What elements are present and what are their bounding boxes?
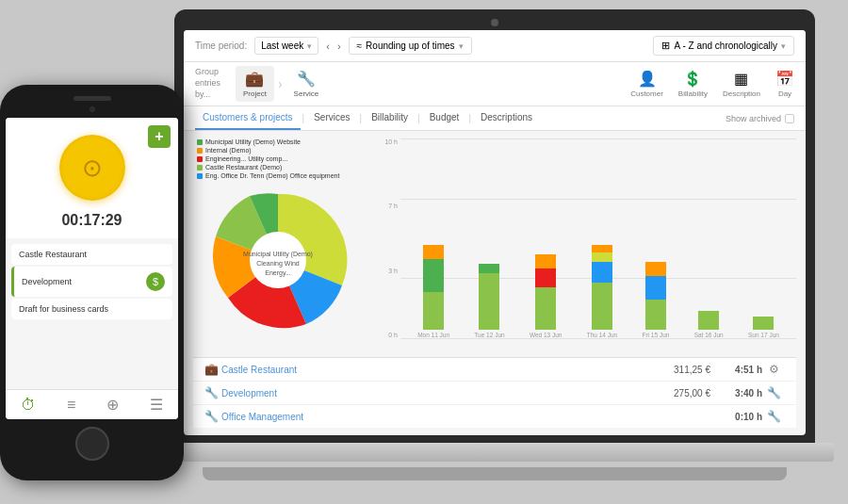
period-select[interactable]: Last week ▾ — [254, 37, 318, 55]
dev-row-time: 3:40 h — [710, 388, 762, 398]
period-prev[interactable]: ‹ — [326, 41, 330, 52]
bar-sat-label: Sat 16 Jun — [694, 332, 724, 338]
tab-budget[interactable]: Budget — [422, 106, 467, 130]
svg-text:Municipal Utility (Demo): Municipal Utility (Demo) — [243, 251, 313, 258]
service-label: Service — [294, 89, 319, 98]
phone-nav-list[interactable]: ≡ — [67, 397, 75, 414]
app-screen: Time period: Last week ▾ ‹ › ≈ Rounding … — [184, 30, 806, 435]
phone-nav-menu[interactable]: ☰ — [150, 396, 163, 414]
castle-row-name[interactable]: Castle Restaurant — [221, 365, 644, 375]
dev-row-name[interactable]: Development — [221, 388, 644, 398]
show-archived-area[interactable]: Show archived — [726, 114, 794, 123]
phone-time-display: 00:17:29 — [61, 208, 122, 233]
billability-label: Billability — [678, 89, 708, 98]
dev-row-amount: 275,00 € — [644, 388, 710, 398]
customer-icon: 👤 — [638, 70, 657, 88]
legend-dot-2 — [197, 148, 203, 154]
phone-front-camera — [90, 106, 95, 112]
phone-list-item-draft[interactable]: Draft for business cards — [11, 299, 172, 319]
castle-row-icon: 💼 — [204, 363, 221, 376]
office-row-name[interactable]: Office Management — [221, 412, 644, 422]
bar-sat: Sat 16 Jun — [694, 236, 724, 338]
description-label: Description — [723, 89, 760, 98]
phone-list-item-dev[interactable]: Development $ — [11, 267, 172, 297]
timer-stopwatch-icon: ⊙ — [82, 154, 103, 183]
legend-dot-5 — [197, 173, 203, 179]
nav-add-icon: ⊕ — [106, 396, 119, 414]
legend-item-5: Eng. Office Dr. Tenn (Demo) Office equip… — [197, 172, 363, 179]
tab-descriptions[interactable]: Descriptions — [473, 106, 540, 130]
laptop-body: Time period: Last week ▾ ‹ › ≈ Rounding … — [174, 9, 815, 443]
svg-text:Cleaning Wind: Cleaning Wind — [256, 260, 300, 268]
office-row-settings[interactable]: 🔧 — [762, 410, 785, 423]
castle-item-label: Castle Restaurant — [19, 250, 87, 259]
phone-add-button[interactable]: + — [148, 125, 171, 148]
castle-row-time: 4:51 h — [710, 365, 762, 375]
sort-icon: ⊞ — [661, 40, 670, 52]
phone-nav-timer[interactable]: ⏱ — [21, 397, 36, 414]
dev-row-settings[interactable]: 🔧 — [762, 386, 785, 399]
group-icons: 💼 Project › 🔧 Service — [236, 66, 326, 102]
project-label: Project — [243, 89, 267, 98]
phone-screen: + ⊙ 00:17:29 Castle Restaurant Developme… — [6, 118, 178, 419]
legend-dot-3 — [197, 156, 203, 162]
bar-thu-label: Thu 14 Jun — [587, 332, 618, 338]
office-row-icon: 🔧 — [204, 410, 221, 423]
charts-row: Municipal Utility (Demo) Website Interna… — [193, 138, 796, 357]
bar-sun-label: Sun 17 Jun — [748, 332, 779, 338]
day-icon: 📅 — [775, 70, 794, 88]
bar-wed: Wed 13 Jun — [530, 236, 563, 338]
billability-icon-btn[interactable]: 💲 Billability — [678, 70, 708, 98]
phone-header: + — [6, 118, 178, 127]
legend-item-1: Municipal Utility (Demo) Website — [197, 138, 363, 145]
period-next[interactable]: › — [337, 41, 341, 52]
sort-select[interactable]: ⊞ A - Z and chronologically ▾ — [653, 36, 794, 56]
tab-billability[interactable]: Billability — [364, 106, 416, 130]
right-icons: 👤 Customer 💲 Billability ▦ Description — [630, 70, 794, 98]
y-label-0: 0 h — [372, 332, 400, 338]
description-icon-btn[interactable]: ▦ Description — [723, 70, 760, 98]
bar-tue-label: Tue 12 Jun — [474, 332, 504, 338]
show-archived-label: Show archived — [726, 114, 781, 123]
office-row-time: 0:10 h — [710, 412, 762, 422]
bar-mon: Mon 11 Jun — [417, 236, 449, 338]
rounding-select[interactable]: ≈ Rounding up of times ▾ — [349, 37, 472, 55]
nav-timer-icon: ⏱ — [21, 397, 36, 414]
table-row-dev: 🔧 Development 275,00 € 3:40 h 🔧 — [193, 382, 796, 405]
sort-chevron: ▾ — [781, 41, 786, 51]
nav-list-icon: ≡ — [67, 397, 75, 414]
bar-thu: Thu 14 Jun — [587, 236, 618, 338]
phone-nav-add[interactable]: ⊕ — [106, 396, 119, 414]
data-table: 💼 Castle Restaurant 311,25 € 4:51 h ⚙ 🔧 … — [193, 357, 796, 428]
laptop-foot — [203, 467, 787, 480]
customer-icon-btn[interactable]: 👤 Customer — [630, 70, 663, 98]
phone-list-item-castle[interactable]: Castle Restaurant — [11, 244, 172, 265]
group-by-project[interactable]: 💼 Project — [236, 66, 274, 102]
billability-icon: 💲 — [683, 70, 702, 88]
pie-chart-container: Municipal Utility (Demo) Website Interna… — [193, 138, 363, 357]
group-by-service[interactable]: 🔧 Service — [286, 66, 327, 102]
pie-chart-svg: Municipal Utility (Demo) Cleaning Wind E… — [203, 185, 353, 335]
description-icon: ▦ — [734, 70, 748, 88]
castle-row-settings[interactable]: ⚙ — [762, 363, 785, 376]
rounding-chevron: ▾ — [459, 41, 464, 51]
table-row-office: 🔧 Office Management 0:10 h 🔧 — [193, 405, 796, 428]
group-sep: › — [278, 76, 283, 91]
phone-list: Castle Restaurant Development $ Draft fo… — [6, 238, 178, 389]
archive-checkbox[interactable] — [785, 114, 794, 123]
legend-item-2: Internal (Demo) — [197, 147, 363, 154]
bar-chart-area: 10 h 7 h 3 h 0 h — [372, 138, 796, 357]
bar-chart-container: 10 h 7 h 3 h 0 h — [372, 138, 796, 357]
tab-customers-projects[interactable]: Customers & projects — [195, 106, 301, 130]
phone-home-button[interactable] — [75, 427, 109, 461]
y-label-10: 10 h — [372, 138, 400, 145]
nav-menu-icon: ☰ — [150, 396, 163, 414]
rounding-prefix: ≈ — [357, 41, 363, 51]
tab-services[interactable]: Services — [306, 106, 357, 130]
phone-nav: ⏱ ≡ ⊕ ☰ — [6, 389, 178, 419]
tabs-bar: Customers & projects | Services | Billab… — [184, 106, 806, 131]
bar-fri-label: Fri 15 Jun — [642, 332, 669, 338]
day-icon-btn[interactable]: 📅 Day — [775, 70, 794, 98]
legend-dot-1 — [197, 139, 203, 145]
bar-mon-label: Mon 11 Jun — [417, 332, 449, 338]
